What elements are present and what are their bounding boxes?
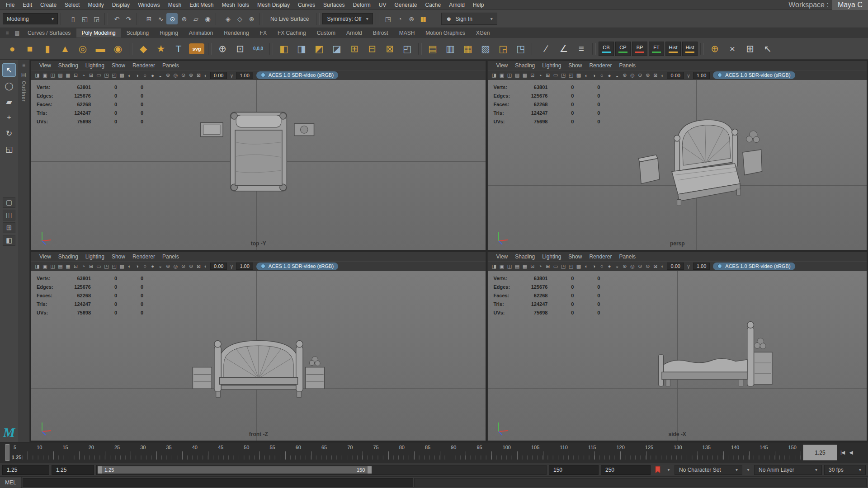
menu-item[interactable]: Mesh Display <box>253 2 294 8</box>
shelf-options-icon[interactable]: ▤ <box>13 30 22 36</box>
field-chart-icon[interactable]: ▩ <box>575 72 582 78</box>
history-off-button[interactable]: Hist <box>682 42 698 56</box>
status-separator[interactable] <box>259 13 263 25</box>
color-palette-button[interactable]: CP <box>615 42 631 56</box>
shelf-tab[interactable]: Animation <box>184 28 218 38</box>
blend-pose-button[interactable]: BP <box>632 42 647 56</box>
panel-menu-item[interactable]: Lighting <box>538 253 565 260</box>
panel-menu-item[interactable]: Show <box>108 62 129 69</box>
panel-menu-item[interactable]: Panels <box>615 253 639 260</box>
wireframe-icon[interactable]: ○ <box>141 263 149 269</box>
textured-icon[interactable]: ◒ <box>613 73 621 78</box>
gate-mask-icon[interactable]: ◰ <box>110 72 118 78</box>
lights-icon[interactable]: ⊛ <box>164 263 172 269</box>
angle-measure-icon[interactable]: ∠ <box>555 40 572 57</box>
film-gate-icon[interactable]: ▭ <box>552 72 559 78</box>
resolution-gate-icon[interactable]: ◳ <box>559 72 567 78</box>
camera-attributes-icon[interactable]: ◫ <box>505 263 513 269</box>
animation-end-field[interactable]: 250 <box>601 465 651 475</box>
bookmark-view-icon[interactable]: ▤ <box>513 72 521 78</box>
safe-title-icon[interactable]: ◑ <box>590 263 598 269</box>
snap-to-curve-icon[interactable]: ∿ <box>155 13 166 24</box>
viewport-persp[interactable]: ViewShadingLightingShowRendererPanels ◨▣… <box>487 61 867 250</box>
safe-action-icon[interactable]: ◐ <box>582 263 590 269</box>
shelf-tab[interactable]: Sculpting <box>122 28 154 38</box>
two-d-pan-zoom-icon[interactable]: ⊡ <box>528 263 536 269</box>
viewport-front[interactable]: ViewShadingLightingShowRendererPanels ◨▣… <box>31 252 486 441</box>
panel-menu-item[interactable]: Lighting <box>82 253 108 260</box>
menu-item[interactable]: Modify <box>84 2 108 8</box>
fps-dropdown[interactable]: 30 fps ▾ <box>824 465 866 475</box>
anti-alias-icon[interactable]: ⊜ <box>187 72 195 78</box>
film-gate-icon[interactable]: ▭ <box>552 263 559 269</box>
pencil-curve-icon[interactable]: ∕ <box>538 40 555 57</box>
gamma-icon[interactable]: γ <box>685 263 692 269</box>
select-camera-icon[interactable]: ◨ <box>490 263 498 269</box>
panel-menu-item[interactable]: Renderer <box>585 62 615 69</box>
poly-plane-icon[interactable]: ▬ <box>92 40 109 57</box>
menu-item[interactable]: Curves <box>294 2 319 8</box>
panel-menu-item[interactable]: Lighting <box>538 62 565 69</box>
exposure-field[interactable]: 0.00 <box>210 72 227 79</box>
shadows-icon[interactable]: ◎ <box>172 72 179 78</box>
open-scene-icon[interactable]: ◱ <box>79 13 90 24</box>
extrude-icon[interactable]: ◩ <box>311 40 328 57</box>
panel-menu-item[interactable]: Renderer <box>129 253 159 260</box>
shadows-icon[interactable]: ◎ <box>172 263 179 269</box>
menu-item[interactable]: Select <box>61 2 84 8</box>
select-camera-icon[interactable]: ◨ <box>33 263 41 269</box>
menu-item[interactable]: Deform <box>349 2 374 8</box>
panel-menu-icon[interactable]: ≡ <box>22 62 25 68</box>
character-set-dropdown[interactable]: No Character Set ▾ <box>675 465 742 475</box>
resolution-gate-icon[interactable]: ◳ <box>103 263 110 269</box>
gamma-field[interactable]: 1.00 <box>236 72 253 79</box>
exposure-field[interactable]: 0.00 <box>667 263 684 270</box>
bed-model-top-view[interactable] <box>198 109 320 203</box>
grid-display-icon[interactable]: ⊞ <box>87 72 95 78</box>
delete-history-icon[interactable]: × <box>724 40 741 57</box>
shaded-icon[interactable]: ● <box>149 263 156 269</box>
menu-item[interactable]: File <box>2 2 19 8</box>
panel-menu-item[interactable]: View <box>492 62 511 69</box>
shaded-icon[interactable]: ● <box>605 263 613 269</box>
panel-menu-item[interactable]: Panels <box>615 62 639 69</box>
panel-menu-item[interactable]: Lighting <box>82 62 108 69</box>
shadows-icon[interactable]: ◎ <box>628 72 636 78</box>
shaded-icon[interactable]: ● <box>149 73 156 78</box>
rotate-tool[interactable]: ↻ <box>2 127 16 140</box>
safe-action-icon[interactable]: ◐ <box>126 73 133 78</box>
history-on-button[interactable]: Hist <box>665 42 681 56</box>
gate-mask-icon[interactable]: ◰ <box>567 72 575 78</box>
bevel-icon[interactable]: ◧ <box>275 40 292 57</box>
grid-display-icon[interactable]: ⊞ <box>544 72 552 78</box>
render-settings-icon[interactable]: ⊜ <box>406 13 417 24</box>
poly-sphere-icon[interactable]: ● <box>4 40 21 57</box>
status-separator[interactable] <box>104 13 108 25</box>
shaded-icon[interactable]: ● <box>605 73 613 78</box>
output-operations-icon[interactable]: ◇ <box>234 13 245 24</box>
boolean-intersect-icon[interactable]: ⊠ <box>381 40 398 57</box>
safe-title-icon[interactable]: ◑ <box>133 73 141 78</box>
shelf-tab[interactable]: Bifrost <box>368 28 393 38</box>
panel-menu-item[interactable]: Shading <box>511 62 538 69</box>
timeline-playhead[interactable] <box>5 444 9 461</box>
new-scene-icon[interactable]: ▯ <box>67 13 78 24</box>
timeline-ruler[interactable]: 5101520253035404550556065707580859095100… <box>2 443 801 462</box>
no-live-surface-label[interactable]: No Live Surface <box>266 16 313 22</box>
camera-attributes-icon[interactable]: ◫ <box>49 72 57 78</box>
save-scene-icon[interactable]: ◲ <box>90 13 102 24</box>
smooth-mesh-icon[interactable]: ◰ <box>399 40 416 57</box>
bed-model-persp-view[interactable] <box>630 110 770 220</box>
open-render-view-icon[interactable]: ◳ <box>382 13 393 24</box>
lights-icon[interactable]: ⊛ <box>164 72 172 78</box>
image-plane-icon[interactable]: ▦ <box>64 263 72 269</box>
playback-start-field[interactable]: 1.25 <box>52 465 94 475</box>
boolean-difference-icon[interactable]: ⊟ <box>363 40 381 57</box>
quad-draw-icon[interactable]: ⊡ <box>231 40 249 57</box>
select-camera-icon[interactable]: ◨ <box>490 72 498 78</box>
snap-to-grid-icon[interactable]: ⊞ <box>143 13 154 24</box>
channel-box-button[interactable]: CB <box>599 42 614 56</box>
textured-icon[interactable]: ◒ <box>613 263 621 269</box>
boolean-union-icon[interactable]: ⊞ <box>346 40 363 57</box>
panel-menu-item[interactable]: Show <box>108 253 129 260</box>
